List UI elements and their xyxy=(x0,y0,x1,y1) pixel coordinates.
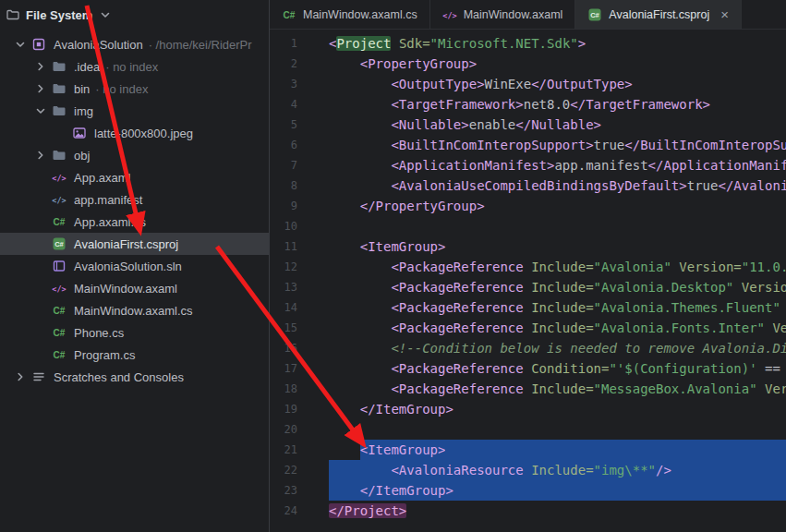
line-number[interactable]: 21 xyxy=(270,440,314,460)
line-number[interactable]: 23 xyxy=(270,480,314,501)
tree-item-obj[interactable]: obj xyxy=(0,144,269,166)
line-number[interactable]: 24 xyxy=(270,501,314,521)
tree-item-program-cs[interactable]: C#Program.cs xyxy=(0,344,269,366)
chevron-right-icon[interactable] xyxy=(33,81,48,96)
line-number[interactable]: 12 xyxy=(270,257,314,277)
chevron-down-icon[interactable] xyxy=(13,37,28,52)
token-attr: Version= xyxy=(733,280,786,295)
line-number[interactable]: 19 xyxy=(270,399,314,419)
code-line-24[interactable]: 24</Project> xyxy=(270,501,786,521)
close-icon[interactable]: × xyxy=(720,7,729,21)
line-fill xyxy=(445,440,786,460)
code-line-6[interactable]: 6 <BuiltInComInteropSupport>true</BuiltI… xyxy=(270,135,786,155)
tab-avaloniafirst-csproj[interactable]: C#AvaloniaFirst.csproj× xyxy=(575,0,742,29)
code-line-2[interactable]: 2 <PropertyGroup> xyxy=(270,54,786,74)
code-line-8[interactable]: 8 <AvaloniaUseCompiledBindingsByDefault>… xyxy=(270,175,786,196)
line-number[interactable]: 3 xyxy=(270,74,314,94)
line-number[interactable]: 14 xyxy=(270,297,314,318)
code-line-13[interactable]: 13 <PackageReference Include="Avalonia.D… xyxy=(270,277,786,297)
line-fill xyxy=(633,74,786,94)
line-number[interactable]: 11 xyxy=(270,236,314,257)
line-number[interactable]: 10 xyxy=(270,216,314,236)
code-tokens: <OutputType>WinExe</OutputType> xyxy=(329,74,633,94)
tree-item-avaloniafirst-csproj[interactable]: C#AvaloniaFirst.csproj xyxy=(0,233,269,255)
chevron-down-icon[interactable] xyxy=(33,103,48,118)
code-line-5[interactable]: 5 <Nullable>enable</Nullable> xyxy=(270,115,786,135)
code-line-14[interactable]: 14 <PackageReference Include="Avalonia.T… xyxy=(270,297,786,318)
tree-item-label: MainWindow.axaml.cs xyxy=(74,304,193,318)
token-tag: /> xyxy=(656,463,671,478)
code-line-20[interactable]: 20 xyxy=(270,419,786,440)
code-line-19[interactable]: 19 </ItemGroup> xyxy=(270,399,786,419)
tree-item-avaloniasolution[interactable]: AvaloniaSolution· /home/kei/RiderPr xyxy=(0,33,269,55)
tab-mainwindow-axaml[interactable]: </>MainWindow.axaml xyxy=(430,0,576,29)
line-number[interactable]: 9 xyxy=(270,196,314,216)
line-number[interactable]: 4 xyxy=(270,94,314,115)
code-line-18[interactable]: 18 <PackageReference Include="MessageBox… xyxy=(270,379,786,399)
code-line-4[interactable]: 4 <TargetFramework>net8.0</TargetFramewo… xyxy=(270,94,786,115)
line-number[interactable]: 16 xyxy=(270,338,314,358)
chevron-right-icon[interactable] xyxy=(33,148,48,163)
tree-item-app-axaml[interactable]: </>App.axaml xyxy=(0,166,269,188)
line-number[interactable]: 5 xyxy=(270,115,314,135)
token-str: "img\**" xyxy=(594,463,656,478)
tree-item-app-axaml-cs[interactable]: C#App.axaml.cs xyxy=(0,211,269,233)
token-tag: </OutputType> xyxy=(531,77,633,91)
line-number[interactable]: 22 xyxy=(270,460,314,480)
code-line-16[interactable]: 16 <!--Condition below is needed to remo… xyxy=(270,338,786,358)
code-line-9[interactable]: 9 </PropertyGroup> xyxy=(270,196,786,216)
code-line-15[interactable]: 15 <PackageReference Include="Avalonia.F… xyxy=(270,318,786,338)
code-editor[interactable]: 1<Project Sdk="Microsoft.NET.Sdk">2 <Pro… xyxy=(270,30,786,532)
code-tokens: <PackageReference Include="Avalonia.Desk… xyxy=(329,277,786,297)
line-number[interactable]: 13 xyxy=(270,277,314,297)
code-line-10[interactable]: 10 xyxy=(270,216,786,236)
code-line-content: <ItemGroup> xyxy=(314,236,786,257)
code-line-content: </ItemGroup> xyxy=(314,399,786,419)
tree-item-mainwindow-axaml[interactable]: </>MainWindow.axaml xyxy=(0,277,269,299)
chevron-right-icon[interactable] xyxy=(33,59,48,74)
svg-text:C#: C# xyxy=(54,328,66,338)
line-number[interactable]: 6 xyxy=(270,135,314,155)
line-number[interactable]: 17 xyxy=(270,358,314,379)
tree-item-suffix: · no index xyxy=(105,60,158,74)
chevron-down-icon[interactable] xyxy=(98,7,113,22)
code-line-23[interactable]: 23 </ItemGroup> xyxy=(270,480,786,501)
tree-item-img[interactable]: img xyxy=(0,100,269,122)
code-tokens: <BuiltInComInteropSupport>true</BuiltInC… xyxy=(329,135,786,155)
token-tag: <BuiltInComInteropSupport> xyxy=(329,138,594,152)
line-number[interactable]: 18 xyxy=(270,379,314,399)
file-system-selector[interactable]: File System xyxy=(0,0,269,30)
code-line-content: <AvaloniaUseCompiledBindingsByDefault>tr… xyxy=(314,175,786,196)
code-line-7[interactable]: 7 <ApplicationManifest>app.manifest</App… xyxy=(270,155,786,175)
code-line-17[interactable]: 17 <PackageReference Condition="'$(Confi… xyxy=(270,358,786,379)
tree-item-avaloniasolution-sln[interactable]: AvaloniaSolution.sln xyxy=(0,255,269,277)
tab-mainwindow-axaml-cs[interactable]: C#MainWindow.axaml.cs xyxy=(270,0,430,29)
tree-item-idea[interactable]: .idea· no index xyxy=(0,55,269,78)
line-number[interactable]: 2 xyxy=(270,54,314,74)
tab-label: AvaloniaFirst.csproj xyxy=(609,8,709,21)
chevron-right-icon[interactable] xyxy=(13,369,28,384)
tree-item-phone-cs[interactable]: C#Phone.cs xyxy=(0,321,269,344)
tree-item-mainwindow-axaml-cs[interactable]: C#MainWindow.axaml.cs xyxy=(0,299,269,321)
code-line-21[interactable]: 21 <ItemGroup> xyxy=(270,440,786,460)
tree-item-bin[interactable]: bin· no index xyxy=(0,78,269,100)
code-line-content: <BuiltInComInteropSupport>true</BuiltInC… xyxy=(314,135,786,155)
tree-item-app-manifest[interactable]: </>app.manifest xyxy=(0,188,269,211)
token-tag: <PackageReference xyxy=(329,260,524,274)
code-line-3[interactable]: 3 <OutputType>WinExe</OutputType> xyxy=(270,74,786,94)
tree-item-scratches-and-consoles[interactable]: Scratches and Consoles xyxy=(0,366,269,388)
code-line-11[interactable]: 11 <ItemGroup> xyxy=(270,236,786,257)
line-number[interactable]: 8 xyxy=(270,175,314,196)
code-line-content: <Nullable>enable</Nullable> xyxy=(314,115,786,135)
tree-item-latte-800x800-jpeg[interactable]: latte-800x800.jpeg xyxy=(0,122,269,144)
code-line-1[interactable]: 1<Project Sdk="Microsoft.NET.Sdk"> xyxy=(270,33,786,54)
line-number[interactable]: 15 xyxy=(270,318,314,338)
axaml-file-icon: </> xyxy=(442,7,457,22)
line-number[interactable]: 7 xyxy=(270,155,314,175)
tree-item-label: Program.cs xyxy=(74,348,135,362)
code-line-22[interactable]: 22 <AvaloniaResource Include="img\**"/> xyxy=(270,460,786,480)
code-line-12[interactable]: 12 <PackageReference Include="Avalonia" … xyxy=(270,257,786,277)
line-number[interactable]: 20 xyxy=(270,419,314,440)
line-number[interactable]: 1 xyxy=(270,33,314,54)
svg-text:</>: </> xyxy=(52,196,66,205)
